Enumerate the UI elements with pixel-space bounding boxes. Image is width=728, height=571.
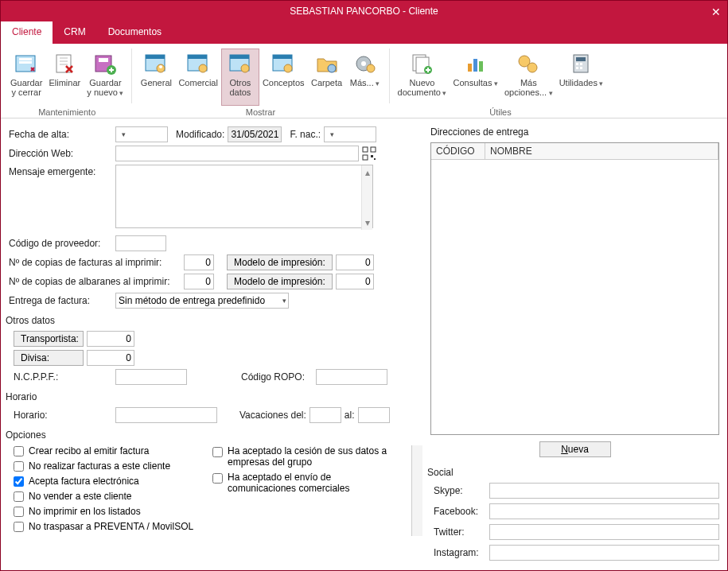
col-codigo[interactable]: CÓDIGO	[431, 143, 485, 159]
direcciones-grid[interactable]: CÓDIGO NOMBRE	[430, 142, 719, 435]
save-new-button[interactable]: Guardar y nuevo	[84, 49, 127, 106]
otros-datos-title: Otros datos	[6, 315, 422, 326]
nuevo-documento-button[interactable]: Nuevo documento	[395, 49, 450, 106]
ribbon: Guardar y cerrar Eliminar Guardar y nuev…	[1, 44, 727, 118]
textarea-scrollbar[interactable]: ▴▾	[361, 165, 372, 230]
chk-acepta-fe[interactable]: Acepta factura electrónica	[14, 476, 200, 487]
ribbon-group-mostrar: General Comercial Otros datos Conceptos …	[134, 45, 387, 118]
form-icon	[143, 51, 169, 76]
instagram-label: Instagram:	[434, 547, 485, 558]
save-close-button[interactable]: Guardar y cerrar	[7, 49, 45, 106]
svg-rect-34	[576, 63, 578, 65]
instagram-field[interactable]	[489, 545, 719, 561]
twitter-field[interactable]	[489, 524, 719, 540]
tab-documentos[interactable]: Documentos	[97, 21, 173, 44]
skype-field[interactable]	[489, 483, 719, 499]
ribbon-tabbar: Cliente CRM Documentos	[1, 21, 727, 44]
gear-icon	[352, 51, 378, 76]
new-doc-icon	[409, 51, 434, 76]
col-nombre[interactable]: NOMBRE	[485, 143, 718, 159]
fecha-alta-label: Fecha de alta:	[9, 129, 112, 140]
chk-crear-recibo[interactable]: Crear recibo al emitir factura	[14, 445, 200, 456]
ribbon-group-mantenimiento: Guardar y cerrar Eliminar Guardar y nuev…	[4, 45, 130, 118]
nueva-button[interactable]: Nueva	[539, 441, 611, 457]
entrega-factura-combo[interactable]: Sin método de entrega predefinido	[115, 293, 289, 309]
codigo-ropo-field[interactable]	[316, 369, 387, 385]
modelo-impresion2-button[interactable]: Modelo de impresión:	[227, 274, 333, 289]
entrega-factura-label: Entrega de factura:	[9, 295, 112, 306]
gears-icon	[516, 51, 541, 76]
direccion-web-field[interactable]	[115, 146, 359, 161]
transportista-field[interactable]	[87, 331, 134, 347]
utilidades-button[interactable]: Utilidades	[556, 49, 607, 106]
otros-datos-button[interactable]: Otros datos	[221, 49, 259, 106]
direcciones-title: Direcciones de entrega	[430, 126, 719, 138]
horario-field[interactable]	[115, 407, 217, 423]
fnac-label: F. nac.:	[290, 129, 321, 140]
svg-point-16	[241, 64, 249, 72]
svg-rect-1	[19, 58, 32, 60]
chk-comunicaciones[interactable]: Ha aceptado el envío de comunicaciones c…	[212, 472, 399, 494]
copias-albaranes-field[interactable]	[184, 274, 214, 289]
vacaciones-al-label: al:	[345, 410, 355, 421]
fecha-alta-combo[interactable]	[115, 126, 168, 142]
svg-rect-33	[576, 57, 586, 61]
ncppf-label: N.C.P.P.F.:	[14, 371, 112, 383]
window-title: SEBASTIAN PANCORBO - Cliente	[290, 6, 438, 17]
conceptos-button[interactable]: Conceptos	[259, 49, 308, 106]
comercial-button[interactable]: Comercial	[175, 49, 221, 106]
modificado-label: Modificado:	[176, 129, 224, 140]
chk-no-facturas[interactable]: No realizar facturas a este cliente	[14, 460, 200, 472]
modelo-impresion1-field[interactable]	[336, 254, 374, 270]
vacaciones-al-field[interactable]	[358, 407, 390, 423]
fnac-combo[interactable]	[324, 126, 376, 142]
mensaje-emergente-field[interactable]	[115, 165, 373, 228]
svg-rect-18	[273, 55, 292, 59]
titlebar: SEBASTIAN PANCORBO - Cliente ✕	[1, 1, 727, 21]
codigo-proveedor-field[interactable]	[115, 235, 166, 251]
social-title: Social	[427, 467, 719, 478]
svg-point-10	[159, 65, 162, 68]
chk-no-vender[interactable]: No vender a este cliente	[14, 491, 200, 502]
qr-icon[interactable]	[362, 146, 376, 161]
delete-button[interactable]: Eliminar	[45, 49, 84, 106]
save-close-icon	[14, 51, 39, 76]
tab-crm[interactable]: CRM	[53, 21, 96, 44]
modelo-impresion1-button[interactable]: Modelo de impresión:	[227, 254, 333, 270]
modelo-impresion2-field[interactable]	[336, 274, 374, 289]
ribbon-group-utiles: Nuevo documento Consultas Más opciones..…	[391, 45, 610, 118]
chk-no-imprimir[interactable]: No imprimir en los listados	[14, 506, 200, 517]
opciones-scrollbar[interactable]	[411, 445, 422, 536]
svg-rect-2	[19, 61, 32, 64]
close-icon[interactable]: ✕	[711, 6, 721, 18]
general-button[interactable]: General	[137, 49, 175, 106]
form-icon	[271, 51, 296, 76]
copias-facturas-label: Nº de copias de facturas al imprimir:	[9, 257, 181, 268]
codigo-ropo-label: Código ROPO:	[241, 371, 313, 383]
mas-button[interactable]: Más...	[346, 49, 384, 106]
divisa-field[interactable]	[87, 350, 134, 366]
svg-rect-41	[371, 155, 373, 157]
chk-cesion-datos[interactable]: Ha aceptado la cesión de sus datos a emp…	[212, 445, 399, 468]
skype-label: Skype:	[434, 485, 485, 496]
carpeta-button[interactable]: Carpeta	[308, 49, 346, 106]
copias-albaranes-label: Nº de copias de albaranes al imprimir:	[9, 276, 181, 287]
consultas-button[interactable]: Consultas	[450, 49, 500, 106]
copias-facturas-field[interactable]	[184, 254, 214, 270]
svg-rect-36	[576, 67, 578, 69]
modificado-field	[228, 126, 282, 142]
svg-rect-38	[363, 147, 368, 152]
ncppf-field[interactable]	[115, 369, 187, 385]
chart-icon	[463, 51, 489, 76]
direccion-web-label: Dirección Web:	[9, 148, 112, 159]
mas-opciones-button[interactable]: Más opciones...	[501, 49, 556, 106]
divisa-button[interactable]: Divisa:	[14, 350, 84, 366]
vacaciones-del-label: Vacaciones del:	[239, 410, 306, 421]
facebook-field[interactable]	[489, 503, 719, 519]
chk-no-traspasar[interactable]: No traspasar a PREVENTA / MovilSOL	[14, 521, 200, 532]
form-icon	[185, 51, 211, 76]
svg-rect-35	[580, 63, 582, 65]
transportista-button[interactable]: Transportista:	[14, 331, 84, 347]
tab-cliente[interactable]: Cliente	[1, 21, 53, 44]
vacaciones-del-field[interactable]	[309, 407, 341, 423]
